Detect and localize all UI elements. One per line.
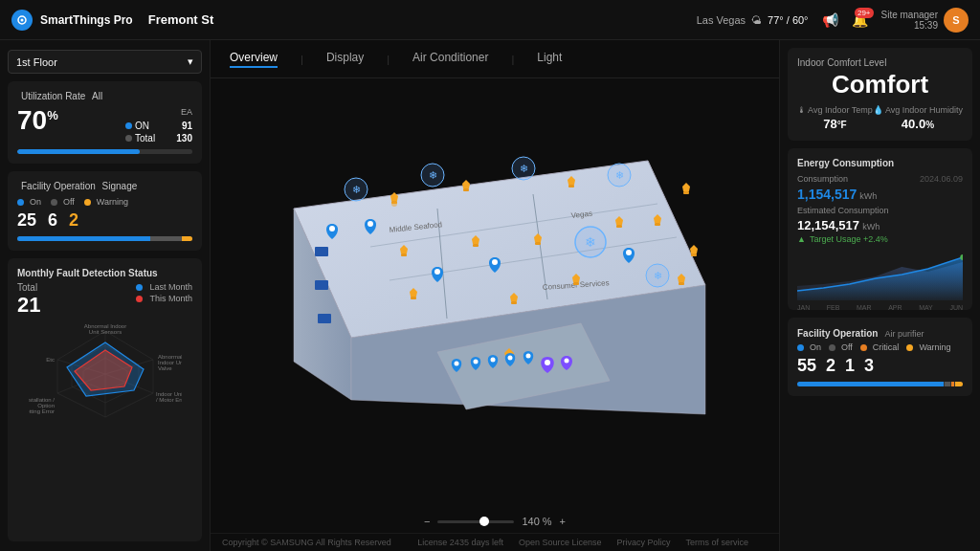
fb-off-stat: 2 <box>826 356 835 376</box>
utilization-bar-fill <box>17 149 140 154</box>
svg-rect-84 <box>318 314 331 323</box>
tab-display[interactable]: Display <box>326 51 364 68</box>
chevron-down-icon: ▾ <box>188 55 193 68</box>
main-layout: 1st Floor ▾ Utilization Rate All 70% EA <box>0 40 980 551</box>
zoom-level: 140 % <box>522 516 551 527</box>
fb-warning-legend: Warning <box>906 342 950 352</box>
svg-rect-70 <box>573 282 579 285</box>
zoom-controls: − 140 % + <box>211 510 779 533</box>
tab-overview[interactable]: Overview <box>230 51 278 68</box>
svg-marker-57 <box>690 245 698 253</box>
estimated-label: Estimated Consumption <box>797 206 889 215</box>
svg-point-48 <box>391 201 397 207</box>
notification-icon[interactable]: 🔔 29+ <box>852 12 868 28</box>
center-content: Overview | Display | Air Conditioner | L… <box>211 40 779 551</box>
facility-on-legend: On <box>17 197 41 207</box>
facility-warning-stat: 2 <box>69 210 78 231</box>
privacy-link[interactable]: Privacy Policy <box>616 538 670 547</box>
facility-bottom-legend: On Off Critical Warning <box>797 342 963 352</box>
facility-warning-value: 2 <box>69 210 78 231</box>
zoom-plus-icon[interactable]: + <box>560 516 566 527</box>
consumption-label: Consumption <box>797 174 848 184</box>
header-right: Las Vegas 🌤 77° / 60° 📢 🔔 29+ Site manag… <box>697 8 969 33</box>
estimated-value: 12,154,517 <box>797 218 859 232</box>
svg-rect-50 <box>463 188 469 191</box>
comfort-title: Indoor Comfort Level <box>797 57 963 68</box>
svg-point-91 <box>565 358 569 363</box>
fb-off-dot <box>829 344 835 351</box>
floor-map-3d: Middle Seafood Vegas Consumer Services ❄… <box>246 132 744 457</box>
megaphone-icon[interactable]: 📢 <box>822 12 838 28</box>
facility-warning-label: Warning <box>97 197 128 207</box>
total-dot <box>125 135 132 142</box>
facility-legend: On Off Warning <box>17 197 192 207</box>
zoom-track[interactable] <box>437 520 514 523</box>
avatar[interactable]: S <box>944 8 969 33</box>
facility-operation-title: Facility Operation Signage <box>17 181 192 191</box>
fb-bar-warning <box>955 382 963 386</box>
notification-badge: 29+ <box>855 8 874 18</box>
humidity-icon: 💧 <box>873 105 883 115</box>
facility-off-value: 6 <box>48 210 57 231</box>
zoom-thumb <box>479 517 489 526</box>
terms-link[interactable]: Terms of service <box>685 538 748 547</box>
tabs-bar: Overview | Display | Air Conditioner | L… <box>211 40 779 78</box>
radar-chart: Abnormal Indoor Unit Sensors Abnormal In… <box>29 321 182 427</box>
footer-links: License 2435 days left Open Source Licen… <box>417 538 768 547</box>
floor-select-label: 1st Floor <box>16 56 57 68</box>
facility-warning-dot <box>84 199 91 206</box>
monthly-fault-title: Monthly Fault Detection Status <box>17 268 192 278</box>
energy-title: Energy Consumption <box>797 158 963 168</box>
fb-critical-legend: Critical <box>860 342 900 352</box>
facility-operation-card: Facility Operation Signage On Off Warnin… <box>8 171 202 251</box>
chart-label-mar: MAR <box>857 304 872 311</box>
svg-rect-58 <box>691 253 697 256</box>
thermometer-icon: 🌡 <box>797 105 806 115</box>
facility-bar-on <box>17 236 150 241</box>
svg-point-81 <box>626 250 632 255</box>
svg-rect-60 <box>401 253 407 256</box>
svg-point-86 <box>474 359 479 364</box>
tab-air-conditioner[interactable]: Air Conditioner <box>412 51 488 68</box>
floor-select[interactable]: 1st Floor ▾ <box>8 50 202 74</box>
fb-warning-dot <box>906 344 913 351</box>
weather-city: Las Vegas <box>697 14 746 26</box>
utilization-stats: EA ON 91 Total 130 <box>125 107 192 143</box>
svg-rect-72 <box>679 282 684 285</box>
chart-label-jan: JAN <box>797 304 810 311</box>
chart-label-may: MAY <box>919 304 933 311</box>
weather-info: Las Vegas 🌤 77° / 60° <box>697 14 809 26</box>
utilization-rate-title: Utilization Rate All <box>17 91 192 101</box>
floor-map-area: Middle Seafood Vegas Consumer Services ❄… <box>211 78 779 510</box>
site-manager-time: 15:39 <box>881 20 938 31</box>
svg-rect-56 <box>655 223 660 226</box>
comfort-temp-val: 78 <box>823 117 836 131</box>
fb-bar-off <box>945 382 950 386</box>
facility-bottom-subtitle: Air purifier <box>885 329 924 339</box>
svg-text:❄: ❄ <box>654 270 662 281</box>
tab-light[interactable]: Light <box>537 51 562 68</box>
svg-point-89 <box>526 353 531 358</box>
fb-on-stat: 55 <box>797 356 816 376</box>
svg-text:Unit Sensors: Unit Sensors <box>88 329 121 335</box>
fb-on-legend: On <box>797 342 821 352</box>
fault-legend: Last Month This Month <box>136 282 192 305</box>
fb-on-dot <box>797 344 804 351</box>
facility-bottom-card: Facility Operation Air purifier On Off C… <box>788 318 972 396</box>
facility-on-value: 25 <box>17 210 36 231</box>
chart-label-feb: FEB <box>827 304 840 311</box>
svg-point-90 <box>545 360 550 365</box>
this-month-dot <box>136 296 143 302</box>
zoom-minus-icon[interactable]: − <box>424 516 430 527</box>
facility-off-label: Off <box>63 197 75 207</box>
svg-text:❄: ❄ <box>429 169 437 181</box>
energy-chart-svg <box>797 248 963 300</box>
fb-warning-value: 3 <box>864 356 874 376</box>
last-month-dot <box>136 284 143 291</box>
license-text: License 2435 days left <box>417 538 503 547</box>
total-value: 130 <box>176 133 192 143</box>
open-source-link[interactable]: Open Source License <box>519 538 602 547</box>
facility-bottom-bar <box>797 382 963 386</box>
temperature: 77° / 60° <box>768 14 808 26</box>
svg-point-85 <box>455 361 459 365</box>
